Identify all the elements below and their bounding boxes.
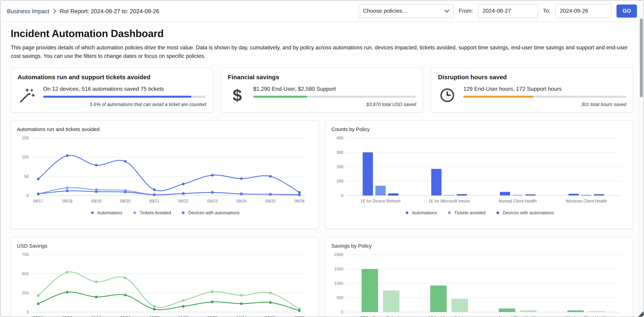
chart-legend: AutomationsTickets avoidedDevices with a… xyxy=(332,210,627,215)
svg-text:0: 0 xyxy=(26,193,29,198)
svg-text:Windows Client Health: Windows Client Health xyxy=(566,315,607,317)
legend-item[interactable]: Devices with automations xyxy=(181,210,240,215)
legend-item[interactable]: Tickets avoided xyxy=(447,210,486,215)
svg-text:50: 50 xyxy=(24,174,29,178)
kpi-title: Financial savings xyxy=(228,73,416,80)
page-title: Incident Automation Dashboard xyxy=(10,28,633,40)
svg-text:2000: 2000 xyxy=(334,252,344,257)
policies-select[interactable]: Choose policies... xyxy=(358,4,454,18)
chart-svg: 05001000150020001E for Device Refresh1E … xyxy=(332,252,625,317)
kpi-card-financial: Financial savings $ $1,290 End-User, $2,… xyxy=(221,68,423,112)
chevron-right-icon xyxy=(53,8,56,13)
svg-text:Nomad Client Health: Nomad Client Health xyxy=(499,199,536,203)
svg-text:09/17: 09/17 xyxy=(33,315,43,317)
line-chart-automations-by-day: 05010015009/1709/1809/1909/2009/2109/220… xyxy=(17,136,310,205)
kpi-summary: On 12 devices, 516 automations saved 75 … xyxy=(43,86,206,92)
svg-text:400: 400 xyxy=(336,136,343,140)
clock-icon xyxy=(438,86,457,104)
policies-select-value: Choose policies... xyxy=(363,8,407,14)
svg-text:300: 300 xyxy=(336,150,343,154)
kpi-title: Automations run and support tickets avoi… xyxy=(18,73,206,80)
svg-text:1500: 1500 xyxy=(334,266,344,271)
svg-text:09/17: 09/17 xyxy=(33,199,43,203)
svg-text:250: 250 xyxy=(22,290,29,295)
kpi-title: Disruption hours saved xyxy=(438,73,626,80)
svg-text:1E for Microsoft Intune: 1E for Microsoft Intune xyxy=(428,315,470,317)
legend-item[interactable]: Automations xyxy=(90,210,122,215)
legend-item[interactable]: Automations xyxy=(405,210,437,215)
legend-item[interactable]: Devices with automations xyxy=(496,210,554,215)
svg-text:09/21: 09/21 xyxy=(149,199,160,203)
legend-label: Devices with automations xyxy=(188,210,240,215)
legend-marker-icon xyxy=(181,210,186,215)
kpi-progress-fill xyxy=(43,96,191,98)
dashboard-content: Incident Automation Dashboard This page … xyxy=(0,28,644,317)
svg-text:09/20: 09/20 xyxy=(120,315,130,317)
svg-text:09/20: 09/20 xyxy=(120,199,130,203)
chart-title: Counts by Policy xyxy=(332,126,627,132)
svg-text:09/22: 09/22 xyxy=(178,315,188,317)
legend-marker-icon xyxy=(90,210,95,215)
svg-text:09/23: 09/23 xyxy=(207,199,218,203)
scroll-corner-icon xyxy=(638,311,644,317)
svg-text:09/18: 09/18 xyxy=(62,199,72,203)
svg-text:09/21: 09/21 xyxy=(149,315,160,317)
legend-item[interactable]: Tickets Avoided xyxy=(132,210,171,215)
scrollbar-thumb[interactable] xyxy=(640,18,643,97)
svg-text:09/19: 09/19 xyxy=(91,199,101,203)
chart-card-counts-by-policy: Counts by Policy 01002003004001E for Dev… xyxy=(325,120,633,229)
to-label: To: xyxy=(543,8,550,14)
kpi-card-automations: Automations run and support tickets avoi… xyxy=(10,68,213,112)
from-date-input[interactable] xyxy=(478,4,538,18)
breadcrumb-current: RoI Report: 2024-08-27 to: 2024-09-26 xyxy=(60,8,159,14)
svg-text:09/25: 09/25 xyxy=(265,199,276,203)
page-description: This page provides details of which auto… xyxy=(10,44,632,61)
kpi-progress-fill xyxy=(253,96,307,98)
top-bar: Business Impact RoI Report: 2024-08-27 t… xyxy=(0,0,644,22)
app-window: Business Impact RoI Report: 2024-08-27 t… xyxy=(0,0,644,317)
chart-svg: 01002003004001E for Device Refresh1E for… xyxy=(332,136,625,205)
svg-text:1E for Device Refresh: 1E for Device Refresh xyxy=(360,315,401,317)
legend-marker-icon xyxy=(496,210,500,215)
kpi-footnote: 5.6% of automations that can avoid a tic… xyxy=(43,102,206,106)
kpi-row: Automations run and support tickets avoi… xyxy=(10,68,633,112)
bar-chart-counts-by-policy: 01002003004001E for Device Refresh1E for… xyxy=(332,136,625,205)
kpi-progress-track xyxy=(43,96,206,98)
kpi-summary: $1,290 End-User, $2,580 Support xyxy=(253,86,416,92)
svg-text:0: 0 xyxy=(26,310,29,314)
magic-wand-icon xyxy=(18,86,37,104)
svg-text:1E for Device Refresh: 1E for Device Refresh xyxy=(360,199,401,203)
chart-card-automations-by-day: Automations run and tickets avoided 0501… xyxy=(10,120,318,229)
chart-legend: AutomationsTickets AvoidedDevices with a… xyxy=(17,210,312,215)
to-date-input[interactable] xyxy=(555,4,612,18)
svg-text:150: 150 xyxy=(22,136,29,140)
go-button[interactable]: GO xyxy=(616,4,637,18)
vertical-scrollbar[interactable] xyxy=(639,0,644,316)
svg-text:500: 500 xyxy=(336,296,343,300)
charts-grid: Automations run and tickets avoided 0501… xyxy=(10,120,633,317)
breadcrumb-link-business-impact[interactable]: Business Impact xyxy=(7,8,49,14)
svg-text:09/26: 09/26 xyxy=(294,315,304,317)
legend-marker-icon xyxy=(447,210,452,215)
kpi-card-disruption: Disruption hours saved 129 End-User hour… xyxy=(431,68,633,112)
kpi-footnote: $3,870 total USD saved xyxy=(253,102,416,106)
chart-svg: 025050075009/1709/1809/1909/2009/2109/22… xyxy=(17,252,310,317)
svg-text:09/23: 09/23 xyxy=(207,315,218,317)
legend-label: Automations xyxy=(412,210,437,215)
legend-label: Automations xyxy=(97,210,122,215)
legend-marker-icon xyxy=(405,210,410,215)
svg-text:0: 0 xyxy=(341,310,343,314)
legend-label: Devices with automations xyxy=(503,210,554,215)
chart-card-savings-by-policy: Savings by Policy 05001000150020001E for… xyxy=(325,237,633,317)
svg-text:100: 100 xyxy=(336,179,343,183)
legend-label: Tickets avoided xyxy=(454,210,486,215)
kpi-progress-track xyxy=(464,96,626,98)
dollar-icon: $ xyxy=(228,86,247,104)
chart-title: USD Savings xyxy=(17,243,312,249)
svg-text:500: 500 xyxy=(22,272,29,276)
svg-text:09/19: 09/19 xyxy=(91,315,101,317)
svg-text:1E for Microsoft Intune: 1E for Microsoft Intune xyxy=(428,199,470,203)
bar-chart-savings-by-policy: 05001000150020001E for Device Refresh1E … xyxy=(332,252,625,317)
svg-text:200: 200 xyxy=(336,164,343,169)
kpi-footnote: 301 total hours saved xyxy=(464,102,626,106)
